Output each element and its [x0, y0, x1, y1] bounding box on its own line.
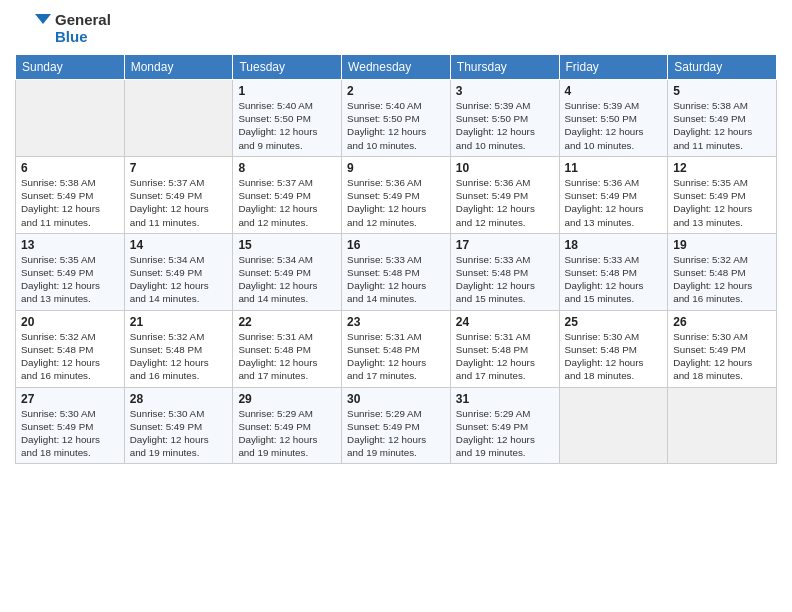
calendar: SundayMondayTuesdayWednesdayThursdayFrid…: [15, 54, 777, 464]
calendar-cell: [559, 387, 668, 464]
calendar-cell: 5Sunrise: 5:38 AM Sunset: 5:49 PM Daylig…: [668, 80, 777, 157]
day-number: 10: [456, 161, 554, 175]
day-info: Sunrise: 5:30 AM Sunset: 5:48 PM Dayligh…: [565, 330, 663, 383]
calendar-cell: 23Sunrise: 5:31 AM Sunset: 5:48 PM Dayli…: [342, 310, 451, 387]
day-number: 4: [565, 84, 663, 98]
calendar-cell: 3Sunrise: 5:39 AM Sunset: 5:50 PM Daylig…: [450, 80, 559, 157]
day-info: Sunrise: 5:34 AM Sunset: 5:49 PM Dayligh…: [130, 253, 228, 306]
day-info: Sunrise: 5:40 AM Sunset: 5:50 PM Dayligh…: [238, 99, 336, 152]
day-number: 27: [21, 392, 119, 406]
calendar-cell: [124, 80, 233, 157]
day-info: Sunrise: 5:31 AM Sunset: 5:48 PM Dayligh…: [238, 330, 336, 383]
day-info: Sunrise: 5:38 AM Sunset: 5:49 PM Dayligh…: [21, 176, 119, 229]
calendar-cell: 15Sunrise: 5:34 AM Sunset: 5:49 PM Dayli…: [233, 233, 342, 310]
col-header-saturday: Saturday: [668, 55, 777, 80]
col-header-thursday: Thursday: [450, 55, 559, 80]
page: General Blue SundayMondayTuesdayWednesda…: [0, 0, 792, 612]
header: General Blue: [15, 10, 777, 46]
calendar-cell: 26Sunrise: 5:30 AM Sunset: 5:49 PM Dayli…: [668, 310, 777, 387]
col-header-sunday: Sunday: [16, 55, 125, 80]
day-info: Sunrise: 5:39 AM Sunset: 5:50 PM Dayligh…: [565, 99, 663, 152]
day-info: Sunrise: 5:34 AM Sunset: 5:49 PM Dayligh…: [238, 253, 336, 306]
calendar-cell: 29Sunrise: 5:29 AM Sunset: 5:49 PM Dayli…: [233, 387, 342, 464]
calendar-cell: 18Sunrise: 5:33 AM Sunset: 5:48 PM Dayli…: [559, 233, 668, 310]
col-header-monday: Monday: [124, 55, 233, 80]
calendar-cell: [668, 387, 777, 464]
day-number: 12: [673, 161, 771, 175]
day-info: Sunrise: 5:38 AM Sunset: 5:49 PM Dayligh…: [673, 99, 771, 152]
day-info: Sunrise: 5:30 AM Sunset: 5:49 PM Dayligh…: [673, 330, 771, 383]
day-info: Sunrise: 5:32 AM Sunset: 5:48 PM Dayligh…: [673, 253, 771, 306]
calendar-cell: 28Sunrise: 5:30 AM Sunset: 5:49 PM Dayli…: [124, 387, 233, 464]
day-info: Sunrise: 5:29 AM Sunset: 5:49 PM Dayligh…: [456, 407, 554, 460]
col-header-tuesday: Tuesday: [233, 55, 342, 80]
day-number: 30: [347, 392, 445, 406]
calendar-cell: 24Sunrise: 5:31 AM Sunset: 5:48 PM Dayli…: [450, 310, 559, 387]
calendar-cell: 16Sunrise: 5:33 AM Sunset: 5:48 PM Dayli…: [342, 233, 451, 310]
calendar-cell: 30Sunrise: 5:29 AM Sunset: 5:49 PM Dayli…: [342, 387, 451, 464]
day-number: 23: [347, 315, 445, 329]
day-number: 1: [238, 84, 336, 98]
day-number: 20: [21, 315, 119, 329]
day-info: Sunrise: 5:36 AM Sunset: 5:49 PM Dayligh…: [565, 176, 663, 229]
day-info: Sunrise: 5:33 AM Sunset: 5:48 PM Dayligh…: [456, 253, 554, 306]
calendar-cell: 2Sunrise: 5:40 AM Sunset: 5:50 PM Daylig…: [342, 80, 451, 157]
day-number: 29: [238, 392, 336, 406]
logo: General Blue: [15, 10, 111, 46]
day-info: Sunrise: 5:35 AM Sunset: 5:49 PM Dayligh…: [21, 253, 119, 306]
day-info: Sunrise: 5:31 AM Sunset: 5:48 PM Dayligh…: [347, 330, 445, 383]
day-info: Sunrise: 5:29 AM Sunset: 5:49 PM Dayligh…: [238, 407, 336, 460]
logo-blue: Blue: [55, 28, 111, 45]
day-number: 11: [565, 161, 663, 175]
col-header-friday: Friday: [559, 55, 668, 80]
day-number: 18: [565, 238, 663, 252]
day-number: 17: [456, 238, 554, 252]
day-number: 28: [130, 392, 228, 406]
day-number: 21: [130, 315, 228, 329]
calendar-cell: 31Sunrise: 5:29 AM Sunset: 5:49 PM Dayli…: [450, 387, 559, 464]
day-number: 3: [456, 84, 554, 98]
day-info: Sunrise: 5:37 AM Sunset: 5:49 PM Dayligh…: [130, 176, 228, 229]
calendar-cell: 1Sunrise: 5:40 AM Sunset: 5:50 PM Daylig…: [233, 80, 342, 157]
day-info: Sunrise: 5:31 AM Sunset: 5:48 PM Dayligh…: [456, 330, 554, 383]
calendar-cell: 25Sunrise: 5:30 AM Sunset: 5:48 PM Dayli…: [559, 310, 668, 387]
day-info: Sunrise: 5:33 AM Sunset: 5:48 PM Dayligh…: [565, 253, 663, 306]
calendar-cell: 8Sunrise: 5:37 AM Sunset: 5:49 PM Daylig…: [233, 156, 342, 233]
day-info: Sunrise: 5:33 AM Sunset: 5:48 PM Dayligh…: [347, 253, 445, 306]
day-info: Sunrise: 5:30 AM Sunset: 5:49 PM Dayligh…: [130, 407, 228, 460]
day-number: 8: [238, 161, 336, 175]
calendar-cell: 21Sunrise: 5:32 AM Sunset: 5:48 PM Dayli…: [124, 310, 233, 387]
day-info: Sunrise: 5:36 AM Sunset: 5:49 PM Dayligh…: [347, 176, 445, 229]
calendar-cell: 10Sunrise: 5:36 AM Sunset: 5:49 PM Dayli…: [450, 156, 559, 233]
day-number: 2: [347, 84, 445, 98]
calendar-cell: 14Sunrise: 5:34 AM Sunset: 5:49 PM Dayli…: [124, 233, 233, 310]
day-number: 22: [238, 315, 336, 329]
day-info: Sunrise: 5:35 AM Sunset: 5:49 PM Dayligh…: [673, 176, 771, 229]
day-number: 9: [347, 161, 445, 175]
day-number: 25: [565, 315, 663, 329]
day-info: Sunrise: 5:36 AM Sunset: 5:49 PM Dayligh…: [456, 176, 554, 229]
day-number: 31: [456, 392, 554, 406]
calendar-cell: [16, 80, 125, 157]
day-number: 26: [673, 315, 771, 329]
day-number: 16: [347, 238, 445, 252]
calendar-cell: 7Sunrise: 5:37 AM Sunset: 5:49 PM Daylig…: [124, 156, 233, 233]
calendar-cell: 9Sunrise: 5:36 AM Sunset: 5:49 PM Daylig…: [342, 156, 451, 233]
calendar-cell: 27Sunrise: 5:30 AM Sunset: 5:49 PM Dayli…: [16, 387, 125, 464]
calendar-cell: 11Sunrise: 5:36 AM Sunset: 5:49 PM Dayli…: [559, 156, 668, 233]
calendar-cell: 4Sunrise: 5:39 AM Sunset: 5:50 PM Daylig…: [559, 80, 668, 157]
day-number: 15: [238, 238, 336, 252]
day-info: Sunrise: 5:32 AM Sunset: 5:48 PM Dayligh…: [130, 330, 228, 383]
calendar-cell: 17Sunrise: 5:33 AM Sunset: 5:48 PM Dayli…: [450, 233, 559, 310]
calendar-cell: 22Sunrise: 5:31 AM Sunset: 5:48 PM Dayli…: [233, 310, 342, 387]
day-info: Sunrise: 5:40 AM Sunset: 5:50 PM Dayligh…: [347, 99, 445, 152]
logo-container: General Blue: [15, 10, 111, 46]
svg-marker-0: [35, 14, 51, 24]
day-number: 5: [673, 84, 771, 98]
day-number: 6: [21, 161, 119, 175]
day-number: 19: [673, 238, 771, 252]
day-number: 24: [456, 315, 554, 329]
day-number: 13: [21, 238, 119, 252]
day-info: Sunrise: 5:30 AM Sunset: 5:49 PM Dayligh…: [21, 407, 119, 460]
calendar-cell: 12Sunrise: 5:35 AM Sunset: 5:49 PM Dayli…: [668, 156, 777, 233]
